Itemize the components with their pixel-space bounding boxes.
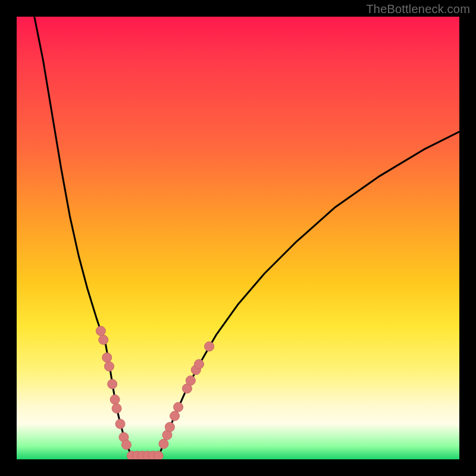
data-marker bbox=[108, 380, 117, 389]
chart-svg bbox=[17, 17, 459, 459]
data-marker bbox=[186, 376, 195, 386]
data-marker bbox=[112, 403, 121, 413]
data-marker bbox=[102, 353, 112, 362]
data-marker bbox=[195, 359, 204, 369]
data-marker bbox=[205, 342, 214, 351]
data-marker bbox=[122, 440, 131, 449]
data-marker bbox=[110, 395, 120, 405]
plot-area bbox=[17, 17, 459, 459]
data-marker bbox=[174, 402, 183, 412]
chart-frame: TheBottleneck.com bbox=[0, 0, 476, 476]
data-marker bbox=[154, 451, 163, 459]
data-marker bbox=[115, 419, 125, 428]
data-marker bbox=[170, 411, 180, 421]
data-marker bbox=[99, 335, 108, 345]
curve-segment bbox=[35, 17, 459, 457]
data-marker bbox=[159, 439, 168, 449]
data-marker bbox=[96, 326, 105, 336]
data-marker bbox=[165, 422, 174, 432]
data-marker bbox=[105, 362, 114, 371]
watermark-text: TheBottleneck.com bbox=[366, 2, 470, 16]
